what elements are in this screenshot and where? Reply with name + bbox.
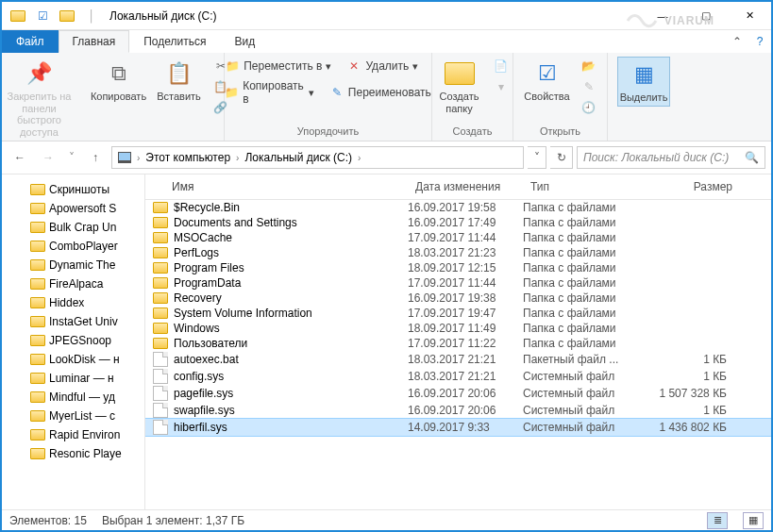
copy-button[interactable]: ⧉ Копировать — [89, 57, 149, 105]
file-row[interactable]: Program Files18.09.2017 12:15Папка с фай… — [145, 260, 771, 275]
details-view-button[interactable]: ≣ — [707, 512, 728, 529]
file-name: hiberfil.sys — [174, 421, 227, 434]
forward-button[interactable]: → — [36, 145, 60, 170]
navigation-bar: ← → ˅ ↑ › Этот компьютер › Локальный дис… — [2, 141, 771, 174]
file-row[interactable]: pagefile.sys16.09.2017 20:06Системный фа… — [145, 385, 771, 402]
col-type[interactable]: Тип — [523, 175, 651, 199]
breadcrumb-drive-c[interactable]: Локальный диск (C:) — [243, 149, 354, 166]
up-button[interactable]: ↑ — [83, 145, 108, 170]
navigation-tree[interactable]: СкриншотыApowersoft SBulk Crap UnComboPl… — [2, 175, 145, 509]
minimize-button[interactable]: — — [641, 2, 684, 30]
tree-item[interactable]: InstaGet Univ — [2, 312, 144, 331]
breadcrumb-root-icon[interactable] — [116, 150, 133, 165]
history-button[interactable]: 🕘 — [578, 98, 600, 117]
tree-item[interactable]: Apowersoft S — [2, 199, 144, 218]
tree-item[interactable]: Скриншоты — [2, 180, 144, 199]
paste-button[interactable]: 📋 Вставить — [153, 57, 206, 105]
pin-button[interactable]: 📌 Закрепить на панели быстрого доступа — [0, 57, 85, 141]
ribbon-tabs: Файл Главная Поделиться Вид ⌃ ? — [2, 30, 771, 53]
properties-button[interactable]: ☑ Свойства — [521, 57, 574, 105]
file-row[interactable]: autoexec.bat18.03.2017 21:21Пакетный фай… — [145, 351, 771, 368]
ribbon-collapse-icon[interactable]: ⌃ — [726, 30, 748, 53]
file-date: 17.09.2017 11:44 — [408, 276, 523, 290]
qat-properties-icon[interactable]: ☑ — [32, 6, 53, 26]
tree-item[interactable]: Hiddex — [2, 293, 144, 312]
breadcrumb-sep[interactable]: › — [135, 153, 142, 163]
tree-item[interactable]: Dynamic The — [2, 256, 144, 274]
file-row[interactable]: swapfile.sys16.09.2017 20:06Системный фа… — [145, 402, 771, 419]
folder-icon — [30, 354, 45, 365]
qat-open-icon[interactable] — [57, 6, 77, 26]
folder-icon — [153, 217, 168, 228]
tree-item[interactable]: MyerList — с — [2, 407, 144, 425]
tree-item[interactable]: Bulk Crap Un — [2, 218, 144, 237]
file-row[interactable]: config.sys18.03.2017 21:21Системный файл… — [145, 368, 771, 385]
file-date: 14.09.2017 9:33 — [408, 421, 523, 434]
breadcrumb-sep[interactable]: › — [234, 153, 241, 163]
file-icon — [153, 403, 168, 418]
file-row[interactable]: $Recycle.Bin16.09.2017 19:58Папка с файл… — [145, 200, 771, 215]
file-row[interactable]: Recovery16.09.2017 19:38Папка с файлами — [145, 291, 771, 306]
select-button[interactable]: ▦ Выделить — [617, 57, 670, 107]
file-name: Program Files — [174, 261, 244, 274]
tree-item[interactable]: ComboPlayer — [2, 237, 144, 256]
file-row[interactable]: Documents and Settings16.09.2017 17:49Па… — [145, 215, 771, 230]
tab-share[interactable]: Поделиться — [129, 30, 220, 53]
file-row[interactable]: hiberfil.sys14.09.2017 9:33Системный фай… — [145, 419, 771, 436]
breadcrumb-this-pc[interactable]: Этот компьютер — [143, 149, 232, 166]
new-folder-button[interactable]: Создать папку — [433, 57, 486, 116]
tree-item[interactable]: Rapid Environ — [2, 425, 144, 444]
tab-file[interactable]: Файл — [2, 30, 59, 53]
tree-item[interactable]: FireAlpaca — [2, 274, 144, 293]
close-button[interactable]: ✕ — [728, 2, 771, 30]
search-box[interactable]: Поиск: Локальный диск (C:) 🔍 — [577, 146, 765, 169]
file-row[interactable]: MSOCache17.09.2017 11:44Папка с файлами — [145, 230, 771, 245]
file-name: MSOCache — [174, 231, 232, 244]
move-to-button[interactable]: 📁Переместить в ▾ — [221, 57, 335, 75]
tree-item-label: JPEGSnoop — [49, 334, 111, 347]
new-folder-icon — [445, 58, 475, 89]
refresh-button[interactable]: ↻ — [550, 146, 573, 169]
folder-icon — [30, 297, 45, 308]
status-selection: Выбран 1 элемент: 1,37 ГБ — [102, 514, 244, 527]
recent-button[interactable]: ˅ — [64, 145, 79, 170]
new-item-button[interactable]: 📄 — [490, 57, 513, 75]
tree-item[interactable]: JPEGSnoop — [2, 331, 144, 350]
help-icon[interactable]: ? — [748, 30, 771, 53]
address-dropdown[interactable]: ˅ — [528, 146, 546, 169]
edit-button[interactable]: ✎ — [578, 77, 600, 96]
file-row[interactable]: Windows18.09.2017 11:49Папка с файлами — [145, 321, 771, 336]
file-row[interactable]: ProgramData17.09.2017 11:44Папка с файла… — [145, 275, 771, 291]
delete-button[interactable]: ✕Удалить ▾ — [343, 57, 422, 75]
copy-to-button[interactable]: 📁Копировать в ▾ — [221, 77, 318, 108]
col-name[interactable]: Имя — [145, 175, 408, 199]
tree-item[interactable]: LookDisk — н — [2, 350, 144, 369]
file-date: 16.09.2017 19:38 — [408, 291, 523, 305]
tree-item[interactable]: Resonic Playe — [2, 444, 144, 463]
rename-button[interactable]: ✎Переименовать — [326, 77, 435, 108]
tree-item[interactable]: Mindful — уд — [2, 388, 144, 407]
back-button[interactable]: ← — [8, 145, 32, 170]
tab-home[interactable]: Главная — [59, 30, 130, 53]
folder-icon — [30, 391, 45, 403]
file-date: 17.09.2017 11:44 — [408, 231, 523, 244]
open-button[interactable]: 📂 — [578, 57, 600, 75]
col-size[interactable]: Размер — [651, 175, 740, 199]
file-row[interactable]: Пользователи17.09.2017 11:22Папка с файл… — [145, 336, 771, 351]
file-date: 16.09.2017 20:06 — [408, 387, 523, 400]
col-date[interactable]: Дата изменения — [408, 175, 523, 199]
folder-icon — [30, 410, 45, 422]
tree-item[interactable]: Luminar — н — [2, 369, 144, 388]
file-row[interactable]: PerfLogs18.03.2017 21:23Папка с файлами — [145, 245, 771, 260]
easy-access-button[interactable]: ▾ — [490, 77, 513, 96]
file-row[interactable]: System Volume Information17.09.2017 19:4… — [145, 306, 771, 321]
icons-view-button[interactable]: ▦ — [743, 512, 764, 529]
tab-view[interactable]: Вид — [220, 30, 269, 53]
qat-folder-icon[interactable] — [8, 6, 28, 26]
file-rows[interactable]: $Recycle.Bin16.09.2017 19:58Папка с файл… — [145, 200, 771, 509]
maximize-button[interactable]: ▢ — [684, 2, 728, 30]
file-name: ProgramData — [174, 276, 241, 290]
address-breadcrumb[interactable]: › Этот компьютер › Локальный диск (C:) › — [111, 146, 524, 169]
file-icon — [153, 352, 168, 367]
breadcrumb-sep[interactable]: › — [356, 153, 362, 163]
